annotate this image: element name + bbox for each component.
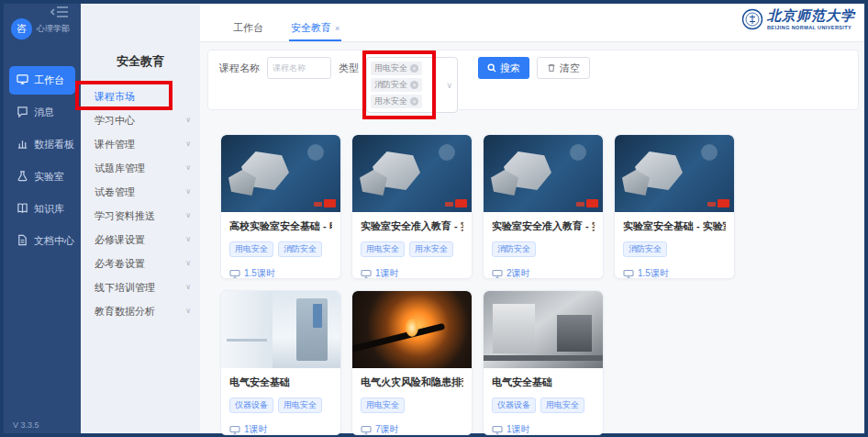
course-card[interactable]: 实验室安全基础 - 实验室消防安全 消防安全 1.5课时 <box>614 134 735 279</box>
tab-workbench[interactable]: 工作台 <box>231 17 265 41</box>
workbench-icon <box>17 73 28 87</box>
menu-label: 必修课设置 <box>95 234 145 245</box>
university-logo: 北京师范大学 BEIJING NORMAL UNIVERSITY <box>741 7 855 30</box>
collapse-sidebar-icon[interactable] <box>50 6 70 18</box>
sidebar-item-dashboard[interactable]: 数据看板 <box>9 130 75 159</box>
menu-label: 必考卷设置 <box>95 258 145 269</box>
lesson-hours-icon <box>229 425 240 435</box>
flask-icon <box>17 170 28 184</box>
course-tag: 仪器设备 <box>229 398 273 413</box>
search-filter-panel: 课程名称 类型 用电安全× 消防安全× 用水安全× ∨ 搜索 清空 <box>207 50 859 110</box>
sidebar-item-messages[interactable]: 消息 <box>9 98 75 127</box>
course-name-label: 课程名称 <box>219 57 260 79</box>
course-hours-label: 1课时 <box>506 423 530 435</box>
course-tag: 用电安全 <box>278 398 322 413</box>
main-content: 课程名称 类型 用电安全× 消防安全× 用水安全× ∨ 搜索 清空 <box>200 42 864 433</box>
menu-label: 试卷管理 <box>95 186 135 197</box>
search-icon <box>487 63 496 73</box>
course-title: 电气火灾风险和隐患排查图解培... <box>361 375 463 389</box>
sidebar-item-exam-paper[interactable]: 试卷管理∨ <box>81 180 200 204</box>
clear-button[interactable]: 清空 <box>537 57 590 79</box>
chevron-down-icon: ∨ <box>185 156 191 180</box>
document-icon <box>17 234 28 248</box>
course-hours-label: 1.5课时 <box>244 267 275 279</box>
course-card[interactable]: 电气安全基础 仪器设备用电安全 1课时 <box>220 290 341 435</box>
remove-tag-icon[interactable]: × <box>410 97 418 106</box>
menu-label: 课件管理 <box>95 139 135 150</box>
sidebar-item-label: 文档中心 <box>34 234 74 248</box>
chevron-down-icon: ∨ <box>185 275 191 299</box>
lesson-hours-icon <box>623 269 634 279</box>
close-tab-icon[interactable]: × <box>335 24 339 33</box>
course-tag: 用电安全 <box>540 398 584 413</box>
course-name-input[interactable] <box>267 57 331 79</box>
sidebar-item-label: 实验室 <box>34 170 64 184</box>
tab-bar: 工作台 安全教育× <box>231 17 341 41</box>
course-thumbnail <box>352 135 472 212</box>
remove-tag-icon[interactable]: × <box>410 81 418 89</box>
app-window: 咨 心理学部 工作台 消息 数据看板 实验室 知识库 <box>0 0 868 437</box>
sidebar-item-document-center[interactable]: 文档中心 <box>9 227 75 255</box>
course-card[interactable]: 实验室安全准入教育 - 实验室消... 消防安全 2课时 <box>483 134 604 279</box>
lesson-hours-icon <box>361 425 372 435</box>
university-name-zh: 北京师范大学 <box>767 7 855 25</box>
type-multiselect[interactable]: 用电安全× 消防安全× 用水安全× ∨ <box>366 57 458 113</box>
sidebar-item-label: 消息 <box>34 106 54 119</box>
course-tag: 用电安全 <box>361 241 405 257</box>
course-thumbnail <box>615 135 734 212</box>
course-hours-label: 1课时 <box>375 267 399 279</box>
sidebar-item-required-course[interactable]: 必修课设置∨ <box>81 228 200 252</box>
course-card[interactable]: 高校实验室安全基础 - 电气类实... 用电安全消防安全 1.5课时 <box>220 134 341 279</box>
course-title: 高校实验室安全基础 - 电气类实... <box>229 219 332 233</box>
remove-tag-icon[interactable]: × <box>410 64 418 73</box>
menu-label: 教育数据分析 <box>95 306 155 317</box>
watermark-badge <box>324 199 336 207</box>
sidebar-item-question-bank[interactable]: 试题库管理∨ <box>81 156 200 180</box>
course-thumbnail <box>352 291 472 368</box>
filter-tag: 消防安全× <box>371 78 422 92</box>
lesson-hours-icon <box>361 269 372 279</box>
course-tag: 用电安全 <box>229 241 273 257</box>
message-icon <box>17 106 28 119</box>
filter-tag: 用水安全× <box>371 95 422 108</box>
course-hours-label: 2课时 <box>506 267 530 279</box>
sidebar-item-knowledge-base[interactable]: 知识库 <box>9 195 75 223</box>
secondary-sidebar: 安全教育 课程市场 学习中心∨ 课件管理∨ 试题库管理∨ 试卷管理∨ 学习资料推… <box>81 4 200 433</box>
sidebar-item-label: 知识库 <box>34 202 64 216</box>
sidebar-item-label: 工作台 <box>34 73 64 87</box>
sidebar-item-label: 数据看板 <box>34 138 74 151</box>
type-label: 类型 <box>339 57 359 79</box>
trash-icon <box>547 63 556 73</box>
sidebar-item-offline-training[interactable]: 线下培训管理∨ <box>81 275 200 299</box>
menu-label: 学习中心 <box>95 115 135 126</box>
course-tag: 消防安全 <box>492 241 536 257</box>
menu-label: 线下培训管理 <box>95 282 155 293</box>
search-button[interactable]: 搜索 <box>478 57 529 79</box>
sidebar-item-course-market[interactable]: 课程市场 <box>81 84 200 108</box>
sidebar-item-learning-center[interactable]: 学习中心∨ <box>81 108 200 132</box>
sidebar-item-material-push[interactable]: 学习资料推送∨ <box>81 204 200 228</box>
course-card[interactable]: 电气安全基础 仪器设备用电安全 1课时 <box>483 290 604 435</box>
bar-chart-icon <box>17 138 28 151</box>
course-hours-label: 7课时 <box>375 423 399 435</box>
course-thumbnail <box>221 291 340 368</box>
course-card[interactable]: 电气火灾风险和隐患排查图解培... 用电安全 7课时 <box>351 290 473 435</box>
avatar[interactable]: 咨 <box>11 18 32 39</box>
course-tag: 消防安全 <box>623 241 667 257</box>
lesson-hours-icon <box>492 425 503 435</box>
course-thumbnail <box>484 291 603 368</box>
tab-safety-education[interactable]: 安全教育× <box>289 17 341 41</box>
course-title: 电气安全基础 <box>229 375 332 389</box>
sidebar-item-courseware-management[interactable]: 课件管理∨ <box>81 132 200 156</box>
course-title: 实验室安全准入教育 - 实验室消... <box>492 219 595 233</box>
course-title: 实验室安全准入教育 - 实验室水... <box>361 219 463 233</box>
sidebar-item-workbench[interactable]: 工作台 <box>9 66 75 95</box>
chevron-down-icon: ∨ <box>185 299 191 323</box>
primary-sidebar: 咨 心理学部 工作台 消息 数据看板 实验室 知识库 <box>4 4 81 433</box>
course-card[interactable]: 实验室安全准入教育 - 实验室水... 用电安全用水安全 1课时 <box>351 134 473 279</box>
course-tag: 消防安全 <box>278 241 322 257</box>
watermark-badge <box>586 199 598 207</box>
sidebar-item-laboratory[interactable]: 实验室 <box>9 162 75 191</box>
sidebar-item-required-exam[interactable]: 必考卷设置∨ <box>81 252 200 275</box>
sidebar-item-education-analytics[interactable]: 教育数据分析∨ <box>81 299 200 323</box>
